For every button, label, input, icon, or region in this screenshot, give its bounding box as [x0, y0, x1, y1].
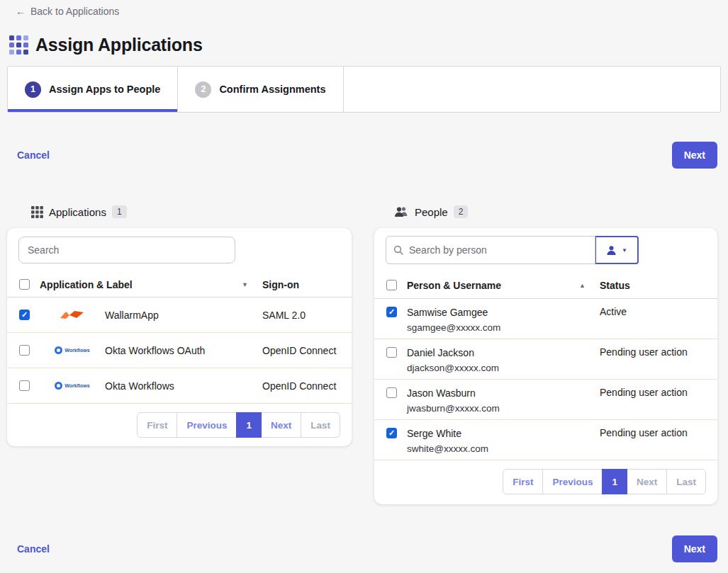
person-name: Jason Wasburn	[407, 386, 600, 401]
status-badge: Pending user action	[600, 426, 717, 438]
application-name: Okta Workflows	[105, 380, 248, 392]
pagination-previous-button[interactable]: Previous	[177, 412, 237, 438]
next-button-top[interactable]: Next	[672, 142, 717, 169]
step-2-badge: 2	[195, 81, 211, 98]
pagination-last-button[interactable]: Last	[666, 469, 706, 494]
next-button-bottom[interactable]: Next	[672, 535, 717, 562]
people-table-header: Person & Username ▲ Status	[374, 272, 717, 299]
application-name: Okta Workflows OAuth	[105, 345, 248, 356]
page-title-row: Assign Applications	[9, 35, 203, 55]
wizard-tabs: 1 Assign Apps to People 2 Confirm Assign…	[7, 66, 721, 113]
applications-search-row	[7, 228, 352, 272]
people-panel-title: People	[415, 206, 448, 218]
sort-asc-icon[interactable]: ▲	[579, 282, 586, 289]
people-panel-header: People 2	[394, 205, 468, 218]
chevron-down-icon: ▼	[622, 247, 627, 254]
pagination-page-1-button[interactable]: 1	[602, 469, 627, 494]
cancel-link-bottom[interactable]: Cancel	[17, 543, 50, 555]
step-1-badge: 1	[25, 81, 41, 98]
table-row: Workflows Okta Workflows OpenID Connect	[7, 368, 352, 404]
page-title: Assign Applications	[35, 35, 203, 55]
pagination-next-button[interactable]: Next	[627, 469, 667, 494]
tab-assign-apps-to-people[interactable]: 1 Assign Apps to People	[8, 67, 178, 112]
status-badge: Active	[600, 305, 717, 317]
back-to-applications-link[interactable]: ← Back to Applications	[16, 6, 119, 17]
applications-column-signon: Sign-on	[262, 279, 352, 290]
pagination-page-1-button[interactable]: 1	[236, 412, 262, 438]
sort-desc-icon[interactable]: ▼	[242, 281, 248, 288]
applications-panel-title: Applications	[49, 206, 106, 218]
pagination-next-button[interactable]: Next	[261, 412, 301, 438]
applications-grid-icon	[9, 35, 28, 55]
applications-section-icon	[31, 206, 43, 218]
applications-column-main: Application & Label	[40, 279, 133, 290]
table-row: Jason Wasburn jwasburn@xxxxx.com Pending…	[374, 380, 717, 420]
people-pagination: First Previous 1 Next Last	[374, 460, 717, 503]
search-icon	[393, 245, 403, 258]
application-signon: OpenID Connect	[262, 380, 352, 392]
people-column-status: Status	[600, 280, 717, 291]
tab-assign-apps-label: Assign Apps to People	[49, 84, 160, 95]
people-search-input[interactable]	[386, 236, 595, 264]
person-name: Daniel Jackson	[407, 346, 600, 361]
applications-table-header: Application & Label ▼ Sign-on	[7, 272, 352, 297]
applications-card: Application & Label ▼ Sign-on WallarmApp…	[7, 228, 352, 446]
person-username: swhite@xxxxx.com	[407, 441, 600, 456]
application-name: WallarmApp	[105, 310, 248, 321]
application-signon: OpenID Connect	[262, 345, 352, 356]
people-card: ▼ Person & Username ▲ Status Samwise Gam…	[374, 228, 717, 504]
person-icon	[606, 245, 617, 256]
people-select-all-checkbox[interactable]	[386, 280, 397, 290]
tab-confirm-assignments-label: Confirm Assignments	[219, 84, 325, 95]
row-checkbox[interactable]	[19, 310, 30, 320]
pagination-last-button[interactable]: Last	[301, 412, 340, 438]
row-checkbox[interactable]	[386, 307, 397, 317]
people-section-icon	[394, 206, 409, 217]
back-arrow-icon: ←	[16, 6, 26, 17]
applications-pagination: First Previous 1 Next Last	[7, 404, 352, 446]
table-row: Daniel Jackson djackson@xxxxx.com Pendin…	[374, 339, 717, 380]
table-row: WallarmApp SAML 2.0	[7, 297, 352, 333]
applications-select-all-checkbox[interactable]	[19, 279, 30, 290]
status-badge: Pending user action	[600, 386, 717, 398]
row-checkbox[interactable]	[19, 345, 30, 356]
applications-search-input[interactable]	[18, 237, 235, 263]
assign-applications-page: ← Back to Applications Assign Applicatio…	[0, 0, 728, 573]
row-checkbox[interactable]	[386, 428, 397, 438]
row-checkbox[interactable]	[19, 380, 30, 391]
wallarm-logo	[40, 310, 105, 320]
table-row: Samwise Gamgee sgamgee@xxxxx.com Active	[374, 299, 717, 339]
person-filter-dropdown[interactable]: ▼	[595, 236, 639, 264]
applications-count-badge: 1	[112, 205, 127, 218]
back-link-label: Back to Applications	[30, 6, 119, 17]
person-name: Serge White	[407, 426, 600, 441]
row-checkbox[interactable]	[386, 387, 397, 398]
table-row: Workflows Okta Workflows OAuth OpenID Co…	[7, 333, 352, 368]
person-username: djackson@xxxxx.com	[407, 361, 600, 375]
person-username: jwasburn@xxxxx.com	[407, 401, 600, 416]
pagination-first-button[interactable]: First	[503, 469, 543, 494]
application-signon: SAML 2.0	[262, 310, 352, 321]
table-row: Serge White swhite@xxxxx.com Pending use…	[374, 420, 717, 460]
okta-workflows-logo: Workflows	[40, 382, 105, 390]
okta-workflows-logo: Workflows	[40, 346, 105, 354]
person-username: sgamgee@xxxxx.com	[407, 320, 600, 335]
pagination-first-button[interactable]: First	[137, 412, 177, 438]
row-checkbox[interactable]	[386, 347, 397, 358]
cancel-link-top[interactable]: Cancel	[17, 149, 50, 161]
pagination-previous-button[interactable]: Previous	[542, 469, 603, 494]
people-count-badge: 2	[454, 205, 469, 218]
tab-confirm-assignments[interactable]: 2 Confirm Assignments	[178, 67, 343, 112]
people-search-row: ▼	[374, 228, 717, 272]
people-column-main: Person & Username	[407, 280, 501, 291]
person-name: Samwise Gamgee	[407, 305, 600, 320]
applications-panel-header: Applications 1	[31, 205, 127, 218]
status-badge: Pending user action	[600, 346, 717, 358]
